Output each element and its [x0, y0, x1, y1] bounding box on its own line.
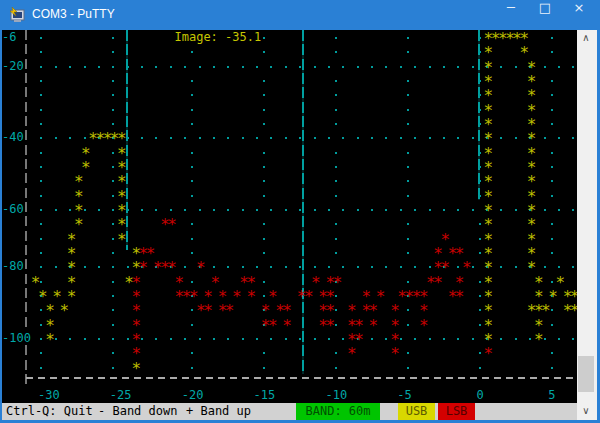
- grid-dot: [385, 209, 387, 211]
- grid-dot: [407, 94, 409, 96]
- grid-dot: [170, 209, 172, 211]
- grid-dot: [55, 137, 57, 139]
- terminal-screen[interactable]: ****************************************…: [2, 30, 577, 403]
- grid-dot: [407, 109, 409, 111]
- grid-dot: [407, 309, 409, 311]
- grid-dot: [414, 66, 416, 68]
- grid-dot: [285, 66, 287, 68]
- grid-dot: [184, 209, 186, 211]
- grid-dot: [191, 223, 193, 225]
- grid-dot: [457, 338, 459, 340]
- grid-dot: [551, 80, 553, 82]
- grid-dot: [479, 223, 481, 225]
- grid-dot: [170, 66, 172, 68]
- grid-dot: [500, 338, 502, 340]
- grid-dot: [551, 367, 553, 369]
- grid-dot: [357, 209, 359, 211]
- grid-dot: [357, 66, 359, 68]
- grid-dot: [342, 209, 344, 211]
- grid-dot: [55, 266, 57, 268]
- grid-dot: [191, 94, 193, 96]
- grid-dot: [199, 209, 201, 211]
- spectrum-star: *: [325, 319, 333, 333]
- grid-dot: [335, 94, 337, 96]
- grid-dot: [314, 137, 316, 139]
- grid-dot: [335, 324, 337, 326]
- grid-dot: [40, 238, 42, 240]
- grid-dot: [263, 195, 265, 197]
- grid-dot: [227, 338, 229, 340]
- grid-dot: [112, 80, 114, 82]
- grid-dot: [40, 195, 42, 197]
- scrollbar-thumb[interactable]: [578, 356, 594, 392]
- grid-dot: [69, 66, 71, 68]
- grid-dot: [457, 209, 459, 211]
- grid-dot: [515, 266, 517, 268]
- grid-dot: [335, 80, 337, 82]
- grid-dot: [242, 266, 244, 268]
- band-indicator: BAND: 60m: [296, 403, 380, 420]
- close-button[interactable]: ×: [562, 0, 596, 30]
- grid-dot: [141, 209, 143, 211]
- grid-dot: [407, 252, 409, 254]
- grid-dot: [335, 109, 337, 111]
- minimize-button[interactable]: ─: [494, 0, 528, 30]
- grid-dot: [227, 266, 229, 268]
- grid-dot: [256, 137, 258, 139]
- grid-dot: [457, 66, 459, 68]
- grid-dot: [69, 338, 71, 340]
- grid-dot: [407, 195, 409, 197]
- grid-dot: [263, 123, 265, 125]
- grid-dot: [112, 338, 114, 340]
- grid-dot: [199, 338, 201, 340]
- grid-dot: [40, 94, 42, 96]
- grid-dot: [40, 367, 42, 369]
- grid-dot: [472, 266, 474, 268]
- title-bar[interactable]: COM3 - PuTTY ─ □ ×: [0, 0, 600, 30]
- grid-dot: [407, 223, 409, 225]
- grid-dot: [357, 266, 359, 268]
- scroll-down-icon[interactable]: ∨: [577, 403, 595, 420]
- grid-dot: [263, 252, 265, 254]
- grid-dot: [112, 66, 114, 68]
- grid-dot: [385, 338, 387, 340]
- grid-dot: [84, 66, 86, 68]
- grid-dot: [299, 338, 301, 340]
- grid-dot: [443, 209, 445, 211]
- grid-dot: [191, 367, 193, 369]
- maximize-button[interactable]: □: [528, 0, 562, 30]
- grid-dot: [335, 123, 337, 125]
- grid-dot: [558, 137, 560, 139]
- grid-dot: [191, 109, 193, 111]
- grid-dot: [551, 152, 553, 154]
- grid-dot: [551, 94, 553, 96]
- grid-dot: [227, 137, 229, 139]
- grid-dot: [551, 238, 553, 240]
- grid-dot: [199, 66, 201, 68]
- grid-dot: [479, 166, 481, 168]
- x-axis-label: -20: [182, 388, 204, 402]
- scrollbar-track[interactable]: ∧ ∨: [577, 30, 595, 420]
- spectrum-star: *: [268, 319, 276, 333]
- y-axis-label: -20: [2, 59, 24, 73]
- grid-dot: [127, 338, 129, 340]
- grid-dot: [335, 295, 337, 297]
- grid-dot: [40, 166, 42, 168]
- grid-dot: [55, 209, 57, 211]
- spectrum-star: *: [45, 333, 53, 347]
- grid-dot: [371, 338, 373, 340]
- grid-dot: [335, 367, 337, 369]
- grid-dot: [335, 238, 337, 240]
- grid-dot: [256, 209, 258, 211]
- grid-dot: [263, 238, 265, 240]
- spectrum-star: *: [131, 362, 139, 376]
- spectrum-star: *: [246, 290, 254, 304]
- grid-dot: [242, 137, 244, 139]
- grid-dot: [69, 137, 71, 139]
- grid-dot: [479, 195, 481, 197]
- scroll-up-icon[interactable]: ∧: [577, 30, 595, 47]
- grid-dot: [299, 137, 301, 139]
- spectrum-star: *: [369, 319, 377, 333]
- grid-dot: [191, 51, 193, 53]
- grid-dot: [112, 252, 114, 254]
